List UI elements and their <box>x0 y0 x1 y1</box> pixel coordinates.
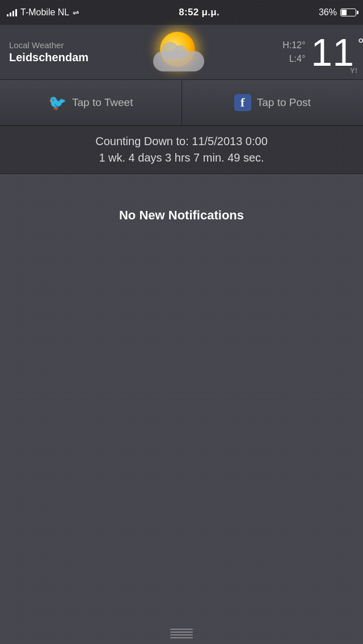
weather-label: Local Weather <box>9 40 88 50</box>
home-line-1 <box>170 629 193 630</box>
wifi-icon: ⇌ <box>73 8 79 17</box>
yahoo-badge: Y! <box>350 66 357 75</box>
tap-to-tweet-button[interactable]: 🐦 Tap to Tweet <box>0 80 182 125</box>
weather-city: Leidschendam <box>9 51 88 64</box>
tweet-label: Tap to Tweet <box>72 96 133 109</box>
status-left: T-Mobile NL ⇌ <box>7 7 79 18</box>
home-line-3 <box>170 634 193 635</box>
weather-temp-value: 11 <box>311 31 354 74</box>
countdown-title: Counting Down to: 11/5/2013 0:00 <box>11 135 352 148</box>
home-line-4 <box>170 637 193 638</box>
post-label: Tap to Post <box>257 96 311 109</box>
signal-bars-icon <box>7 9 17 16</box>
home-indicator <box>170 629 193 638</box>
home-line-2 <box>170 632 193 633</box>
main-content: Local Weather Leidschendam H:12° L:4° 11… <box>0 25 363 257</box>
no-notifications-message: No New Notifications <box>0 174 363 257</box>
twitter-icon: 🐦 <box>48 94 66 112</box>
facebook-icon: f <box>234 94 251 111</box>
status-time: 8:52 μ.μ. <box>179 7 220 18</box>
tap-to-post-button[interactable]: f Tap to Post <box>182 80 364 125</box>
battery-icon <box>340 9 356 16</box>
weather-icon <box>153 29 210 75</box>
cloud-icon <box>153 51 204 71</box>
weather-widget: Local Weather Leidschendam H:12° L:4° 11… <box>0 25 363 80</box>
weather-left: Local Weather Leidschendam <box>9 40 88 64</box>
weather-temp: 11° <box>311 33 354 71</box>
carrier-label: T-Mobile NL <box>20 7 69 18</box>
status-bar: T-Mobile NL ⇌ 8:52 μ.μ. 36% <box>0 0 363 25</box>
weather-right: H:12° L:4° 11° <box>282 33 354 71</box>
status-right: 36% <box>319 7 356 18</box>
weather-low: L:4° <box>282 52 305 66</box>
weather-hi-lo: H:12° L:4° <box>282 39 305 66</box>
weather-temp-unit: ° <box>358 36 363 52</box>
countdown-widget: Counting Down to: 11/5/2013 0:00 1 wk. 4… <box>0 126 363 174</box>
social-buttons-row: 🐦 Tap to Tweet f Tap to Post <box>0 80 363 126</box>
countdown-time: 1 wk. 4 days 3 hrs 7 min. 49 sec. <box>11 151 352 164</box>
battery-percent-label: 36% <box>319 7 337 18</box>
weather-high: H:12° <box>282 39 305 52</box>
